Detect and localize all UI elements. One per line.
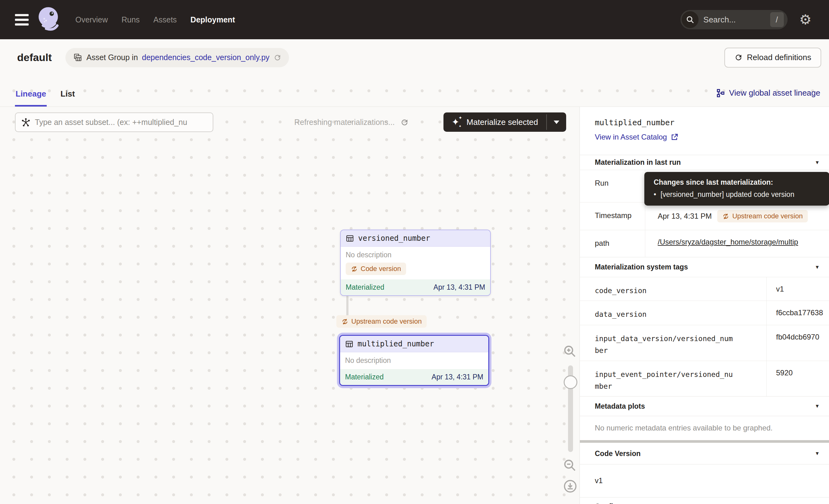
section-materialization-in-last-run[interactable]: Materialization in last run ▼ xyxy=(580,155,829,170)
asset-group-file-link[interactable]: dependencies_code_version_only.py xyxy=(142,53,270,62)
view-in-asset-catalog-link[interactable]: View in Asset Catalog xyxy=(595,133,829,141)
tag-value: v1 xyxy=(767,277,829,300)
system-tag-row: data_version f6ccba177638 xyxy=(580,300,829,325)
code-version-changed-icon xyxy=(351,265,358,273)
node-tag-label: Code version xyxy=(361,265,401,273)
nav-item-assets[interactable]: Assets xyxy=(153,15,177,24)
hamburger-menu-icon[interactable] xyxy=(15,14,29,26)
view-in-asset-catalog-label: View in Asset Catalog xyxy=(595,133,667,141)
node-code-version-tag: Code version xyxy=(346,262,406,275)
asset-subset-input[interactable] xyxy=(35,118,207,127)
download-image-icon[interactable] xyxy=(563,479,577,493)
code-version-value: v1 xyxy=(580,464,829,497)
timestamp-tag-label: Upstream code version xyxy=(732,212,802,220)
lineage-edge xyxy=(346,295,349,316)
path-value-link[interactable]: /Users/sryza/dagster_home/storage/multip xyxy=(658,238,798,246)
primary-nav: Overview Runs Assets Deployment xyxy=(75,15,235,24)
node-description: No description xyxy=(346,251,485,259)
lineage-graph-icon xyxy=(716,89,725,98)
timestamp-row: Timestamp Apr 13, 4:31 PM Upstream code … xyxy=(580,202,829,230)
section-materialization-system-tags[interactable]: Materialization system tags ▼ xyxy=(580,257,829,277)
zoom-slider-handle[interactable] xyxy=(564,375,577,389)
tooltip-title: Changes since last materialization: xyxy=(654,178,821,187)
lineage-canvas[interactable]: Refreshing materializations... ✦✦✦ Mater… xyxy=(0,107,580,504)
global-search[interactable]: / xyxy=(680,10,788,29)
caret-down-icon xyxy=(554,120,559,124)
refreshing-text: Refreshing materializations... xyxy=(294,118,395,127)
view-global-asset-lineage-link[interactable]: View global asset lineage xyxy=(716,88,820,98)
system-tag-row: input_event_pointer/versioned_number 592… xyxy=(580,361,829,396)
materialize-dropdown-button[interactable] xyxy=(547,112,566,132)
section-metadata-plots[interactable]: Metadata plots ▼ xyxy=(580,396,829,416)
tag-value: fb04dcb6970 xyxy=(767,325,829,361)
section-title: Materialization in last run xyxy=(595,158,681,167)
asset-subset-filter[interactable] xyxy=(15,112,213,132)
code-version-changed-icon xyxy=(722,213,729,220)
table-icon xyxy=(346,234,354,243)
reload-definitions-label: Reload definitions xyxy=(747,52,811,62)
path-label: path xyxy=(580,230,645,257)
node-description: No description xyxy=(345,356,483,365)
section-title: Metadata plots xyxy=(595,402,645,410)
node-timestamp: Apr 13, 4:31 PM xyxy=(433,283,485,292)
search-input[interactable] xyxy=(704,15,770,25)
section-title: Materialization system tags xyxy=(595,263,688,271)
gear-icon[interactable]: ⚙ xyxy=(799,13,812,27)
materialize-selected-label: Materialize selected xyxy=(467,117,538,127)
zoom-in-icon[interactable] xyxy=(563,344,577,359)
asset-node-versioned-number[interactable]: versioned_number No description Code ver… xyxy=(340,229,491,296)
page-title: default xyxy=(17,51,52,64)
node-status: Materialized xyxy=(346,283,384,292)
nav-item-overview[interactable]: Overview xyxy=(75,15,108,24)
path-row: path /Users/sryza/dagster_home/storage/m… xyxy=(580,230,829,257)
view-global-asset-lineage-label: View global asset lineage xyxy=(729,88,820,98)
reload-icon xyxy=(734,53,743,62)
search-icon xyxy=(682,11,698,28)
op-selector-icon xyxy=(21,118,31,127)
panel-divider-bar xyxy=(580,440,829,443)
edge-upstream-code-version-tag: Upstream code version xyxy=(336,315,427,328)
code-version-changed-icon xyxy=(341,318,349,325)
dagster-logo[interactable] xyxy=(37,6,61,33)
tag-key: data_version xyxy=(595,309,736,320)
tooltip-bullet-text: [versioned_number] updated code version xyxy=(660,190,794,199)
tabs-row: Lineage List View global asset lineage xyxy=(0,76,829,107)
page-header: default Asset Group in dependencies_code… xyxy=(0,39,829,76)
bullet-icon: • xyxy=(654,190,656,199)
node-status: Materialized xyxy=(345,373,384,381)
nav-item-deployment[interactable]: Deployment xyxy=(190,15,235,24)
tab-list[interactable]: List xyxy=(60,89,75,107)
edge-tag-label: Upstream code version xyxy=(351,317,422,325)
reload-definitions-button[interactable]: Reload definitions xyxy=(724,48,821,68)
section-config[interactable]: Config xyxy=(580,497,829,504)
node-title: versioned_number xyxy=(358,234,430,243)
chevron-down-icon: ▼ xyxy=(815,403,820,409)
metadata-plots-empty-text: No numeric metadata entries available to… xyxy=(580,416,829,440)
top-nav: Overview Runs Assets Deployment / ⚙ xyxy=(0,0,829,39)
tab-lineage[interactable]: Lineage xyxy=(15,89,47,107)
nav-item-runs[interactable]: Runs xyxy=(121,15,140,24)
table-icon xyxy=(345,340,354,348)
asset-detail-panel: multiplied_number View in Asset Catalog … xyxy=(580,107,829,504)
materialize-selected-button[interactable]: ✦✦✦ Materialize selected xyxy=(443,112,566,132)
refresh-status: Refreshing materializations... xyxy=(294,112,409,132)
node-timestamp: Apr 13, 4:31 PM xyxy=(432,373,483,381)
tag-value: 5920 xyxy=(767,361,829,396)
run-label: Run xyxy=(580,170,645,202)
badge-refresh-icon[interactable] xyxy=(274,53,282,62)
asset-group-label: Asset Group in xyxy=(86,53,138,62)
timestamp-label: Timestamp xyxy=(580,203,645,230)
asset-node-multiplied-number[interactable]: multiplied_number No description Materia… xyxy=(339,335,489,386)
panel-asset-title: multiplied_number xyxy=(595,118,829,127)
sparkle-icon: ✦✦✦ xyxy=(452,117,462,128)
section-code-version[interactable]: Code Version ▼ xyxy=(580,443,829,464)
zoom-out-icon[interactable] xyxy=(563,458,577,472)
system-tag-row: code_version v1 xyxy=(580,277,829,300)
tag-key: input_data_version/versioned_number xyxy=(595,333,736,356)
timestamp-value: Apr 13, 4:31 PM xyxy=(658,210,712,220)
tag-key: code_version xyxy=(595,285,736,296)
chevron-down-icon: ▼ xyxy=(815,160,820,166)
asset-group-icon xyxy=(73,53,82,62)
refresh-icon[interactable] xyxy=(400,118,409,127)
asset-group-badge: Asset Group in dependencies_code_version… xyxy=(65,48,289,67)
